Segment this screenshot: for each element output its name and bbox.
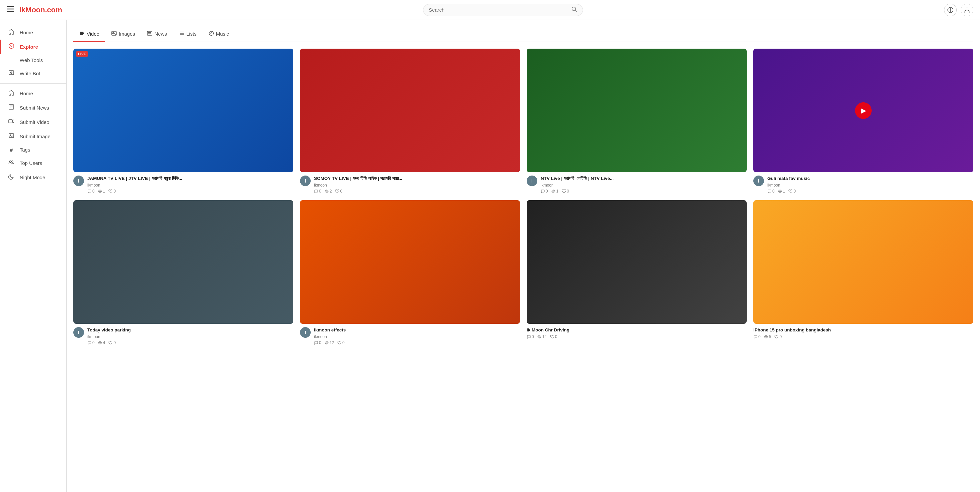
submit-news-icon — [8, 104, 15, 111]
video-card-8[interactable]: iPhone 15 pro unboxing bangladesh 0 5 — [753, 200, 973, 345]
comment-stat-5: 0 — [88, 340, 95, 345]
video-card-2[interactable]: I SOMOY TV LIVE | সময় টিভি লাইভ | সরাসর… — [300, 49, 520, 194]
view-stat-2: 2 — [325, 189, 332, 194]
tab-news[interactable]: News — [141, 27, 173, 42]
svg-rect-22 — [80, 32, 83, 35]
search-bar — [423, 4, 583, 16]
video-meta-4: Guli mata fav music ikmoon 0 1 — [767, 176, 973, 194]
view-stat-5: 4 — [98, 340, 105, 345]
svg-point-12 — [11, 72, 12, 73]
write-bot-icon — [8, 70, 15, 77]
sidebar-label-tags: Tags — [20, 147, 30, 152]
video-meta-7: Ik Moon Chr Driving 0 12 — [527, 327, 747, 339]
video-author-6: ikmoon — [314, 335, 520, 339]
lists-tab-icon — [179, 31, 185, 37]
video-card-7[interactable]: Ik Moon Chr Driving 0 12 — [527, 200, 747, 345]
svg-point-39 — [99, 342, 101, 343]
header: IkMoon.com — [0, 0, 980, 20]
sidebar-item-tags[interactable]: # Tags — [0, 144, 66, 156]
video-card-5[interactable]: I Today video parking ikmoon 0 4 — [73, 200, 293, 345]
thumb-image-6 — [300, 200, 520, 324]
submit-image-icon — [8, 133, 15, 140]
search-input[interactable] — [429, 7, 569, 13]
video-author-2: ikmoon — [314, 183, 520, 187]
video-title-2: SOMOY TV LIVE | সময় টিভি লাইভ | সরাসরি … — [314, 176, 520, 181]
like-stat-1: 0 — [108, 189, 116, 194]
sidebar-item-submit-news[interactable]: Submit News — [0, 101, 66, 115]
menu-icon[interactable] — [7, 5, 14, 14]
sidebar-label-home-top: Home — [20, 30, 33, 35]
video-stats-7: 0 12 0 — [527, 335, 747, 339]
sidebar-item-explore[interactable]: Explore — [0, 40, 66, 54]
site-logo[interactable]: IkMoon.com — [19, 6, 62, 14]
user-button[interactable] — [961, 4, 973, 16]
sidebar-label-top-users: Top Users — [20, 160, 42, 166]
view-stat-8: 5 — [764, 335, 772, 339]
video-stats-8: 0 5 0 — [753, 335, 973, 339]
sidebar-item-web-tools[interactable]: Web Tools — [0, 54, 66, 66]
avatar-5: I — [73, 327, 84, 338]
svg-rect-2 — [7, 11, 14, 12]
video-thumbnail-7 — [527, 200, 747, 324]
video-tab-icon — [80, 31, 85, 37]
video-title-6: Ikmoon effects — [314, 327, 520, 333]
play-button-4: ▶ — [855, 102, 872, 119]
video-card-3[interactable]: I NTV Live | সরাসরি এনটিভি | NTV Live...… — [527, 49, 747, 194]
video-info-3: I NTV Live | সরাসরি এনটিভি | NTV Live...… — [527, 176, 747, 194]
tab-images[interactable]: Images — [105, 27, 141, 42]
video-info-1: I JAMUNA TV LIVE | JTV LIVE | সরাসরি যমু… — [73, 176, 293, 194]
tab-video[interactable]: Video — [73, 27, 105, 42]
video-title-4: Guli mata fav music — [767, 176, 973, 181]
thumb-image-5 — [73, 200, 293, 324]
video-card-4[interactable]: ▶ I Guli mata fav music ikmoon 0 — [753, 49, 973, 194]
video-author-3: ikmoon — [541, 183, 747, 187]
like-stat-4: 0 — [788, 189, 795, 194]
layout: Home Explore Web Tools Wri — [0, 20, 980, 492]
video-info-7: Ik Moon Chr Driving 0 12 — [527, 327, 747, 339]
sidebar-item-night-mode[interactable]: Night Mode — [0, 170, 66, 184]
svg-rect-1 — [7, 9, 14, 10]
video-stats-4: 0 1 0 — [767, 189, 973, 194]
sidebar-label-write-bot: Write Bot — [20, 71, 40, 76]
video-title-1: JAMUNA TV LIVE | JTV LIVE | সরাসরি যমুনা… — [88, 176, 293, 181]
video-thumbnail-2 — [300, 49, 520, 172]
svg-point-38 — [780, 190, 781, 192]
video-info-8: iPhone 15 pro unboxing bangladesh 0 5 — [753, 327, 973, 339]
sidebar-item-home-2[interactable]: Home — [0, 86, 66, 101]
home-icon — [8, 29, 15, 36]
tab-music[interactable]: Music — [203, 27, 235, 42]
video-title-8: iPhone 15 pro unboxing bangladesh — [753, 327, 973, 333]
comment-stat-8: 0 — [753, 335, 760, 339]
svg-line-4 — [575, 10, 577, 11]
thumb-image-2 — [300, 49, 520, 172]
avatar-4: I — [753, 176, 764, 186]
thumb-image-3 — [527, 49, 747, 172]
music-tab-icon — [208, 31, 214, 37]
images-tab-icon — [111, 31, 117, 37]
tab-images-label: Images — [119, 31, 135, 37]
tab-lists-label: Lists — [186, 31, 197, 37]
avatar-2: I — [300, 176, 311, 186]
video-info-2: I SOMOY TV LIVE | সময় টিভি লাইভ | সরাসর… — [300, 176, 520, 194]
comment-stat-4: 0 — [767, 189, 775, 194]
tab-lists[interactable]: Lists — [173, 27, 203, 42]
explore-icon — [8, 43, 15, 51]
svg-point-37 — [553, 190, 554, 192]
video-stats-3: 0 1 0 — [541, 189, 747, 194]
sidebar-item-top-users[interactable]: Top Users — [0, 156, 66, 170]
sidebar-item-home-top[interactable]: Home — [0, 25, 66, 40]
like-stat-6: 0 — [337, 340, 345, 345]
video-card-1[interactable]: LIVE I JAMUNA TV LIVE | JTV LIVE | সরাসর… — [73, 49, 293, 194]
video-thumbnail-4: ▶ — [753, 49, 973, 172]
add-button[interactable] — [944, 4, 957, 16]
video-info-4: I Guli mata fav music ikmoon 0 1 — [753, 176, 973, 194]
sidebar-item-submit-image[interactable]: Submit Image — [0, 129, 66, 144]
sidebar-item-write-bot[interactable]: Write Bot — [0, 66, 66, 81]
avatar-6: I — [300, 327, 311, 338]
video-card-6[interactable]: I Ikmoon effects ikmoon 0 12 — [300, 200, 520, 345]
sidebar-item-submit-video[interactable]: Submit Video — [0, 115, 66, 129]
svg-rect-0 — [7, 6, 14, 7]
svg-point-35 — [99, 190, 101, 192]
svg-point-36 — [326, 190, 327, 192]
home-2-icon — [8, 90, 15, 97]
